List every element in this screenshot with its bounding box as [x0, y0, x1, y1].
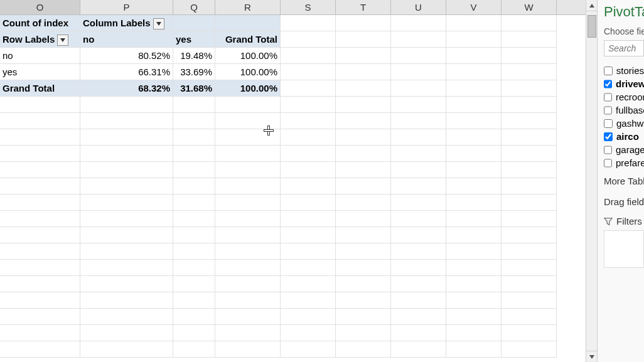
empty-cell[interactable]: [446, 276, 502, 292]
filters-drop-area[interactable]: [604, 230, 644, 268]
empty-cell[interactable]: [391, 325, 446, 341]
empty-cell[interactable]: [215, 211, 281, 227]
empty-cell[interactable]: [80, 276, 173, 292]
cell-value[interactable]: 19.48%: [173, 48, 215, 64]
empty-cell[interactable]: [0, 146, 80, 162]
grand-total-label[interactable]: Grand Total: [0, 80, 80, 97]
empty-cell[interactable]: [281, 97, 336, 113]
field-checkbox-fullbase[interactable]: [604, 106, 612, 115]
empty-cell[interactable]: [80, 97, 173, 113]
empty-cell[interactable]: [502, 97, 557, 113]
empty-cell[interactable]: [336, 194, 391, 211]
empty-cell[interactable]: [281, 146, 336, 162]
empty-cell[interactable]: [215, 292, 281, 309]
empty-cell[interactable]: [391, 243, 446, 260]
field-item-gashw[interactable]: gashw: [604, 117, 644, 130]
empty-cell[interactable]: [173, 113, 215, 129]
empty-cell[interactable]: [336, 309, 391, 325]
field-item-stories[interactable]: stories: [604, 64, 644, 77]
empty-cell[interactable]: [281, 31, 336, 48]
empty-cell[interactable]: [173, 341, 215, 358]
empty-cell[interactable]: [336, 129, 391, 146]
empty-cell[interactable]: [80, 113, 173, 129]
empty-cell[interactable]: [336, 146, 391, 162]
empty-cell[interactable]: [502, 194, 557, 211]
empty-cell[interactable]: [446, 194, 502, 211]
grand-total-yes[interactable]: 31.68%: [173, 80, 215, 97]
empty-cell[interactable]: [502, 309, 557, 325]
empty-cell[interactable]: [502, 31, 557, 48]
empty-cell[interactable]: [281, 341, 336, 358]
field-search-input[interactable]: [604, 40, 644, 56]
field-item-driveway[interactable]: driveway: [604, 77, 644, 90]
empty-cell[interactable]: [281, 80, 336, 97]
pivot-corner-cell[interactable]: Count of index: [0, 15, 80, 31]
column-header-U[interactable]: U: [391, 0, 446, 14]
row-label-yes[interactable]: yes: [0, 64, 80, 80]
empty-cell[interactable]: [173, 243, 215, 260]
empty-cell[interactable]: [215, 325, 281, 341]
empty-cell[interactable]: [446, 48, 502, 64]
empty-cell[interactable]: [502, 113, 557, 129]
empty-cell[interactable]: [446, 243, 502, 260]
empty-cell[interactable]: [446, 325, 502, 341]
empty-cell[interactable]: [173, 260, 215, 276]
empty-cell[interactable]: [281, 194, 336, 211]
cell-value[interactable]: 100.00%: [215, 48, 281, 64]
empty-cell[interactable]: [446, 15, 502, 31]
empty-cell[interactable]: [80, 178, 173, 194]
field-checkbox-driveway[interactable]: [604, 80, 612, 88]
empty-cell[interactable]: [281, 129, 336, 146]
empty-cell[interactable]: [391, 80, 446, 97]
empty-cell[interactable]: [215, 162, 281, 178]
field-item-prefarea[interactable]: prefarea: [604, 156, 644, 169]
field-checkbox-prefarea[interactable]: [604, 159, 612, 168]
empty-cell[interactable]: [502, 15, 557, 31]
empty-cell[interactable]: [173, 146, 215, 162]
empty-cell[interactable]: [0, 309, 80, 325]
empty-cell[interactable]: [391, 129, 446, 146]
empty-cell[interactable]: [391, 97, 446, 113]
empty-cell[interactable]: [391, 211, 446, 227]
cell-value[interactable]: 100.00%: [215, 64, 281, 80]
empty-cell[interactable]: [391, 178, 446, 194]
empty-cell[interactable]: [391, 292, 446, 309]
empty-cell[interactable]: [446, 80, 502, 97]
grand-total-no[interactable]: 68.32%: [80, 80, 173, 97]
empty-cell[interactable]: [281, 260, 336, 276]
empty-cell[interactable]: [281, 178, 336, 194]
empty-cell[interactable]: [281, 211, 336, 227]
empty-cell[interactable]: [336, 31, 391, 48]
empty-cell[interactable]: [215, 129, 281, 146]
empty-cell[interactable]: [0, 178, 80, 194]
empty-cell[interactable]: [0, 211, 80, 227]
empty-cell[interactable]: [336, 162, 391, 178]
empty-cell[interactable]: [281, 15, 336, 31]
empty-cell[interactable]: [446, 227, 502, 243]
field-item-garagepl[interactable]: garagepl: [604, 143, 644, 156]
empty-cell[interactable]: [215, 309, 281, 325]
empty-cell[interactable]: [502, 276, 557, 292]
empty-cell[interactable]: [281, 227, 336, 243]
empty-cell[interactable]: [215, 113, 281, 129]
column-header-S[interactable]: S: [281, 0, 336, 14]
row-labels-dropdown[interactable]: [57, 35, 68, 46]
cell-value[interactable]: 66.31%: [80, 64, 173, 80]
empty-cell[interactable]: [281, 309, 336, 325]
empty-cell[interactable]: [173, 162, 215, 178]
column-header-V[interactable]: V: [446, 0, 502, 14]
empty-cell[interactable]: [391, 15, 446, 31]
empty-cell[interactable]: [281, 276, 336, 292]
empty-cell[interactable]: [0, 113, 80, 129]
empty-cell[interactable]: [336, 48, 391, 64]
empty-cell[interactable]: [173, 309, 215, 325]
empty-cell[interactable]: [0, 243, 80, 260]
empty-cell[interactable]: [281, 292, 336, 309]
empty-cell[interactable]: [215, 243, 281, 260]
empty-cell[interactable]: [80, 260, 173, 276]
empty-cell[interactable]: [173, 194, 215, 211]
cell-value[interactable]: 80.52%: [80, 48, 173, 64]
col-header-yes[interactable]: yes: [173, 31, 215, 48]
empty-cell[interactable]: [80, 309, 173, 325]
empty-cell[interactable]: [336, 292, 391, 309]
